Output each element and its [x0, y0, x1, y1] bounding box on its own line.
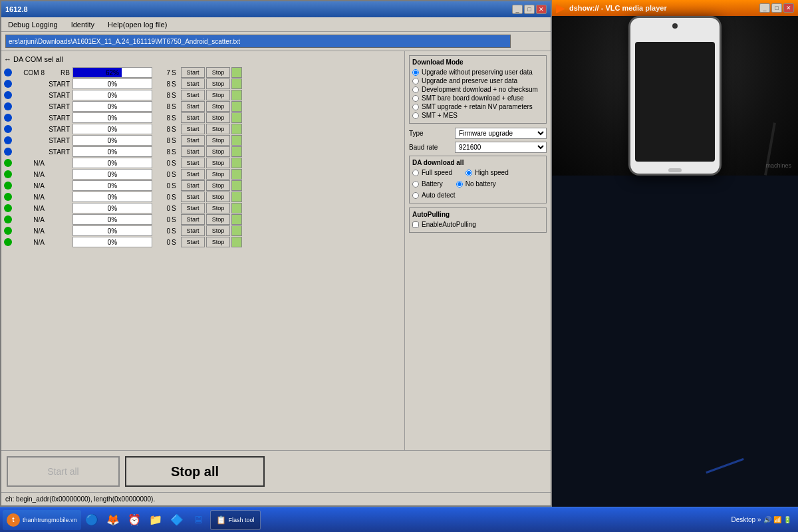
- progress-text: 0%: [72, 180, 152, 191]
- stop-button[interactable]: Stop: [206, 78, 230, 89]
- taskbar: t thanhtrungmobile.vn 🔵 🦊 ⏰ 📁 🔷 🖥 📋 Flas…: [0, 507, 798, 532]
- start-button[interactable]: Start: [181, 112, 205, 123]
- vlc-panel: ▶ dshow:// - VLC media player _ □ ✕: [552, 0, 798, 507]
- no-battery-radio[interactable]: [456, 181, 463, 188]
- stop-button[interactable]: Stop: [206, 112, 230, 123]
- baud-select[interactable]: 921600: [455, 142, 547, 153]
- start-button[interactable]: Start: [181, 124, 205, 134]
- download-mode-radio[interactable]: [412, 95, 419, 102]
- start-button[interactable]: Start: [181, 180, 205, 191]
- taskbar-icon-2[interactable]: 🦊: [104, 511, 122, 529]
- port-time: 0: [154, 160, 170, 167]
- progress-text: 0%: [72, 90, 152, 100]
- restore-button[interactable]: □: [524, 5, 535, 14]
- stop-all-button[interactable]: Stop all: [125, 456, 265, 487]
- port-id: N/A: [15, 205, 45, 212]
- stop-button[interactable]: Stop: [206, 67, 230, 78]
- download-mode-radio[interactable]: [412, 104, 419, 110]
- start-button[interactable]: Start: [181, 146, 205, 157]
- download-mode-radio[interactable]: [412, 86, 419, 93]
- taskbar-icon-4[interactable]: 📁: [146, 511, 165, 529]
- no-battery-label: No battery: [466, 180, 496, 188]
- download-mode-radio[interactable]: [412, 69, 419, 76]
- main-content: ↔ DA COM sel all COM 8 RB 62% 7 S Start …: [1, 51, 551, 450]
- top-area: 1612.8 _ □ ✕ Debug Logging Identity Help…: [0, 0, 798, 507]
- status-text: ch: begin_addr(0x00000000), length(0x000…: [5, 495, 155, 503]
- stop-button[interactable]: Stop: [206, 135, 230, 146]
- progress-text: 62%: [72, 67, 152, 78]
- stop-button[interactable]: Stop: [206, 225, 230, 236]
- auto-detect-radio[interactable]: [412, 192, 419, 199]
- high-speed-radio-item: High speed: [466, 169, 509, 176]
- taskbar-desktop-label[interactable]: Desktop »: [731, 516, 761, 523]
- start-button[interactable]: Start: [181, 203, 205, 213]
- taskbar-start[interactable]: t thanhtrungmobile.vn: [3, 510, 81, 530]
- high-speed-label: High speed: [475, 169, 509, 176]
- brand-watermark: machines: [765, 162, 791, 169]
- stop-button[interactable]: Stop: [206, 146, 230, 157]
- stop-button[interactable]: Stop: [206, 180, 230, 191]
- taskbar-icon-1[interactable]: 🔵: [82, 511, 101, 529]
- vlc-restore-button[interactable]: □: [771, 3, 782, 13]
- start-button[interactable]: Start: [181, 101, 205, 112]
- stop-button[interactable]: Stop: [206, 90, 230, 100]
- progress-bg: 0%: [72, 146, 152, 157]
- stop-button[interactable]: Stop: [206, 124, 230, 134]
- progress-bg: 0%: [72, 192, 152, 202]
- minimize-button[interactable]: _: [512, 5, 523, 14]
- port-unit: S: [172, 194, 180, 201]
- menu-debug-logging[interactable]: Debug Logging: [4, 19, 62, 30]
- start-button[interactable]: Start: [181, 169, 205, 180]
- taskbar-active-app[interactable]: 📋 Flash tool: [210, 510, 261, 530]
- stop-button[interactable]: Stop: [206, 192, 230, 202]
- start-button[interactable]: Start: [181, 225, 205, 236]
- start-button[interactable]: Start: [181, 78, 205, 89]
- taskbar-icon-6[interactable]: 🖥: [189, 511, 207, 529]
- high-speed-radio[interactable]: [466, 170, 472, 176]
- filepath-input[interactable]: [5, 35, 511, 48]
- vlc-close-button[interactable]: ✕: [783, 3, 794, 13]
- stop-button[interactable]: Stop: [206, 214, 230, 225]
- menu-identity[interactable]: Identity: [67, 19, 98, 30]
- status-bar: ch: begin_addr(0x00000000), length(0x000…: [1, 492, 551, 505]
- start-button[interactable]: Start: [181, 67, 205, 78]
- progress-bg: 0%: [72, 135, 152, 146]
- battery-radio[interactable]: [412, 181, 419, 188]
- taskbar-icon-3[interactable]: ⏰: [125, 511, 144, 529]
- type-select[interactable]: Firmware upgrade: [455, 128, 547, 139]
- stop-button[interactable]: Stop: [206, 101, 230, 112]
- progress-text: 0%: [72, 169, 152, 180]
- port-status-dot: [4, 159, 12, 167]
- close-button[interactable]: ✕: [536, 5, 547, 14]
- da-download-group: DA download all Full speed High speed: [409, 156, 547, 203]
- download-mode-radio[interactable]: [412, 112, 419, 119]
- menu-help[interactable]: Help(open log file): [104, 19, 171, 30]
- start-button[interactable]: Start: [181, 214, 205, 225]
- port-status-dot: [4, 148, 12, 156]
- full-speed-radio[interactable]: [412, 170, 419, 176]
- port-status-dot: [4, 102, 12, 110]
- progress-bg: 62%: [72, 67, 152, 78]
- start-button[interactable]: Start: [181, 158, 205, 168]
- download-mode-radio[interactable]: [412, 78, 419, 84]
- stop-button[interactable]: Stop: [206, 169, 230, 180]
- start-all-button[interactable]: Start all: [7, 456, 120, 487]
- progress-container: 0%: [72, 169, 152, 180]
- stop-button[interactable]: Stop: [206, 237, 230, 247]
- vlc-minimize-button[interactable]: _: [759, 3, 770, 13]
- port-time: 8: [154, 114, 170, 122]
- port-id: N/A: [15, 239, 45, 246]
- port-row: N/A 0% 0 S Start Stop: [4, 158, 402, 168]
- start-button[interactable]: Start: [181, 90, 205, 100]
- start-button[interactable]: Start: [181, 237, 205, 247]
- enable-auto-pulling-checkbox[interactable]: [412, 221, 419, 228]
- port-unit: S: [172, 182, 180, 190]
- start-button[interactable]: Start: [181, 135, 205, 146]
- port-unit: S: [172, 216, 180, 223]
- stop-button[interactable]: Stop: [206, 203, 230, 213]
- port-unit: S: [172, 160, 180, 167]
- taskbar-icon-5[interactable]: 🔷: [168, 511, 186, 529]
- progress-text: 0%: [72, 146, 152, 157]
- start-button[interactable]: Start: [181, 192, 205, 202]
- stop-button[interactable]: Stop: [206, 158, 230, 168]
